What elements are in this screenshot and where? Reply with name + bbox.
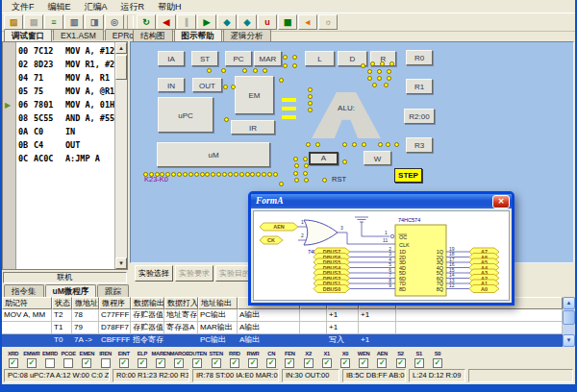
signal-checkbox-pcoe[interactable] [63, 358, 73, 368]
signal-checkbox-emen[interactable]: ✓ [82, 358, 91, 368]
diagram-block-alu[interactable]: ALU: [312, 92, 381, 138]
signal-outen: OUTEN✓ [188, 351, 207, 368]
table-scroll-down-icon[interactable]: ▼ [563, 334, 575, 347]
diagram-block-a[interactable]: A [309, 152, 339, 165]
signal-checkbox-s0[interactable]: ✓ [433, 358, 442, 368]
signal-checkbox-s2[interactable]: ✓ [396, 358, 406, 368]
assemble-button[interactable]: ≡ [44, 14, 63, 30]
dialog-title-bar[interactable]: FormA ✕ [251, 194, 512, 208]
tab-instruction-1[interactable]: uM微程序 [45, 284, 97, 298]
menu-item-3[interactable]: 运行R [114, 0, 152, 13]
copy-button[interactable]: ▥ [64, 14, 84, 30]
run-button[interactable]: ▶ [197, 14, 216, 30]
io-chip-button[interactable]: ▦ [278, 14, 297, 30]
code-line[interactable]: 067801MOV A, 01H [16, 98, 114, 111]
micro-step-button[interactable]: u [258, 14, 277, 30]
table-cell: PC输出 [198, 309, 238, 322]
diagram-block-out[interactable]: OUT [192, 78, 222, 92]
code-line[interactable]: 007C12MOV A, #12H [16, 44, 114, 58]
diagram-block-upc[interactable]: uPC [158, 97, 213, 133]
scroll-down-icon[interactable]: ▼ [115, 257, 127, 269]
code-line[interactable]: 0471MOV A, R1 [16, 71, 114, 85]
menu-item-1[interactable]: 编辑E [41, 0, 78, 13]
code-line[interactable]: 028D23MOV R1, #23H [16, 58, 114, 71]
step-into-button[interactable]: ◆ [217, 14, 237, 30]
signal-checkbox-fen[interactable]: ✓ [285, 358, 294, 368]
status-segment-filler [468, 369, 573, 382]
diagram-block-pc[interactable]: PC [225, 51, 252, 66]
signal-checkbox-aen[interactable]: ✓ [377, 358, 387, 368]
led-indicator-icon [308, 87, 313, 92]
diagram-block-in[interactable]: IN [158, 78, 185, 92]
signal-checkbox-rrd[interactable]: ✓ [230, 358, 239, 368]
code-line[interactable]: 0AC0IN [16, 125, 114, 138]
help-button[interactable]: ☼ [318, 14, 338, 30]
tab-structure-0[interactable]: 结构图 [133, 29, 173, 42]
table-scroll-thumb[interactable] [563, 310, 575, 325]
signal-checkbox-elp[interactable]: ✓ [138, 358, 147, 368]
tab-instruction-0[interactable]: 指令集 [4, 284, 44, 298]
signal-checkbox-xrd[interactable]: ✓ [9, 358, 18, 368]
signal-checkbox-cn[interactable]: ✓ [266, 358, 276, 368]
tab-debug-window-0[interactable]: 调试窗口 [4, 29, 52, 42]
diagram-block-mar[interactable]: MAR [254, 51, 282, 66]
diagram-block-r2[interactable]: R2:00 [404, 109, 435, 124]
table-scroll-up-icon[interactable]: ▲ [563, 297, 575, 309]
table-scrollbar[interactable]: ▲ ▼ [563, 297, 575, 347]
signal-checkbox-wen[interactable]: ✓ [359, 358, 368, 368]
diagram-block-l[interactable]: L [305, 51, 335, 66]
code-line[interactable]: 0CAC0CA:JMP A [16, 152, 114, 165]
scroll-thumb[interactable] [115, 55, 127, 80]
signal-checkbox-emrd[interactable] [45, 358, 55, 368]
signal-checkbox-x0[interactable]: ✓ [340, 358, 350, 368]
code-line[interactable]: 0575MOV A, @R1 [16, 85, 114, 98]
step-over-button[interactable]: ◈ [238, 14, 257, 30]
dialog-close-button[interactable]: ✕ [492, 195, 510, 208]
tab-structure-2[interactable]: 逻辑分析 [223, 29, 271, 42]
code-line[interactable]: 0BC4OUT [16, 138, 114, 152]
diagram-block-um[interactable]: uM [157, 142, 270, 167]
eprom-button[interactable]: ◎ [105, 14, 124, 30]
signal-checkbox-maren[interactable]: ✓ [156, 358, 165, 368]
diagram-block-ir[interactable]: IR [231, 120, 275, 135]
experiment-button-0[interactable]: 实验选择 [135, 265, 173, 282]
signal-checkbox-iren[interactable] [101, 358, 111, 368]
open-button[interactable]: ▨ [4, 14, 23, 30]
menu-item-2[interactable]: 汇编A [78, 0, 114, 13]
back-button[interactable]: ◂ [298, 14, 317, 30]
diagram-block-w[interactable]: W [364, 151, 391, 165]
tab-debug-window-1[interactable]: EX1.ASM [53, 29, 104, 40]
menu-item-4[interactable]: 帮助H [151, 0, 188, 13]
diagram-block-r1[interactable]: R1 [406, 79, 433, 94]
signal-x2: X2✓ [299, 351, 317, 368]
signal-checkbox-emwr[interactable]: ✓ [27, 358, 37, 368]
led-indicator-icon [183, 172, 188, 177]
diagram-block-r3[interactable]: R3 [406, 137, 433, 153]
signal-checkbox-rwr[interactable]: ✓ [248, 358, 258, 368]
signal-checkbox-x1[interactable]: ✓ [322, 358, 332, 368]
diagram-block-em[interactable]: EM [235, 76, 274, 114]
connect-button[interactable]: ↻ [137, 14, 156, 30]
signal-checkbox-x2[interactable]: ✓ [304, 358, 314, 368]
diagram-block-r0[interactable]: R0 [406, 50, 433, 65]
code-line[interactable]: 085C55AND A, #55H [16, 111, 114, 125]
search-button[interactable]: ◨ [85, 14, 104, 30]
scroll-up-icon[interactable]: ▲ [115, 42, 127, 54]
step-button[interactable]: STEP [394, 168, 422, 183]
code-scrollbar[interactable]: ▲ ▼ [114, 42, 127, 269]
table-row[interactable]: MOV A, MMT278C77FFF存贮器值EM地址寄存器MARPC输出A输出… [2, 309, 575, 322]
signal-checkbox-s1[interactable]: ✓ [414, 358, 424, 368]
menu-item-0[interactable]: 文件F [5, 0, 41, 13]
table-row[interactable]: T07A ->CBFFFF指令寄存器IRPC输出A输出写入+1 [2, 334, 575, 347]
signal-checkbox-sten[interactable]: ✓ [212, 358, 221, 368]
table-row[interactable]: T179D78FF7存贮器值EM寄存器AMAR输出A输出+1 [2, 322, 575, 334]
signal-checkbox-maroe[interactable]: ✓ [174, 358, 184, 368]
diagram-block-st[interactable]: ST [191, 51, 218, 66]
tab-instruction-2[interactable]: 跟踪 [97, 284, 129, 298]
signal-checkbox-eint[interactable]: ✓ [119, 358, 129, 368]
led-indicator-icon [306, 142, 311, 147]
reset-button[interactable]: ◀ [157, 14, 176, 30]
diagram-block-ia[interactable]: IA [158, 51, 185, 66]
signal-checkbox-outen[interactable]: ✓ [192, 358, 202, 368]
tab-structure-1[interactable]: 图示帮助 [174, 29, 222, 42]
